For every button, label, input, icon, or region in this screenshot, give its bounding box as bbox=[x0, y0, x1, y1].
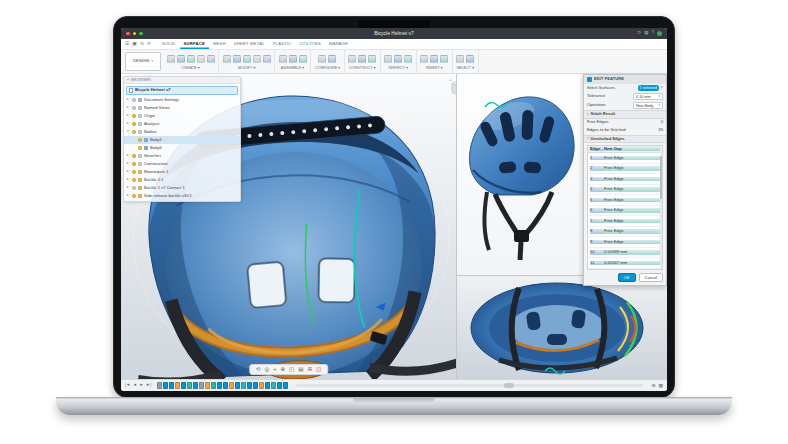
display-settings-icon[interactable]: ▤ bbox=[298, 366, 303, 372]
configure-tool-icon[interactable] bbox=[328, 55, 336, 63]
unstitched-edge-row[interactable]: 100.00589 mm bbox=[588, 248, 662, 259]
inspect-tool-icon[interactable] bbox=[394, 55, 402, 63]
modify-tool-icon[interactable] bbox=[253, 55, 261, 63]
orbit-icon[interactable]: ⟲ bbox=[256, 366, 261, 372]
timeline-feature-icon[interactable] bbox=[163, 382, 168, 389]
modify-tool-icon[interactable] bbox=[243, 55, 251, 63]
timeline-scrubber[interactable] bbox=[504, 383, 514, 388]
modify-tool-icon[interactable] bbox=[223, 55, 231, 63]
browser-item[interactable]: ▸Document Settings bbox=[124, 96, 240, 104]
toolbar-group-label[interactable]: INSERT ▾ bbox=[426, 66, 443, 70]
timeline-feature-icon[interactable] bbox=[277, 382, 282, 389]
timeline-feature-icon[interactable] bbox=[259, 382, 264, 389]
tree-caret-icon[interactable]: ▸ bbox=[126, 186, 130, 190]
browser-item[interactable]: ▸Named Views bbox=[124, 104, 240, 112]
timeline-feature-icon[interactable] bbox=[217, 382, 222, 389]
timeline-zoom-icon[interactable]: ⊞ bbox=[651, 383, 655, 388]
visibility-bulb-icon[interactable] bbox=[138, 146, 142, 150]
tab-solid[interactable]: SOLID bbox=[158, 39, 180, 49]
tree-caret-icon[interactable]: ▸ bbox=[126, 98, 130, 102]
browser-item[interactable]: ▸Sketches bbox=[124, 152, 240, 160]
unstitched-edge-row[interactable]: 1Free Edge bbox=[588, 153, 662, 164]
construct-tool-icon[interactable] bbox=[348, 55, 356, 63]
timeline-feature-icon[interactable] bbox=[265, 382, 270, 389]
browser-root-item[interactable]: Bicycle Helmet v7 bbox=[126, 86, 238, 95]
visibility-bulb-icon[interactable] bbox=[132, 162, 136, 166]
visibility-bulb-icon[interactable] bbox=[132, 130, 136, 134]
timeline-track[interactable] bbox=[296, 384, 644, 387]
tree-caret-icon[interactable]: ▸ bbox=[126, 178, 130, 182]
unstitched-edge-row[interactable]: 2Free Edge bbox=[588, 164, 662, 175]
configure-tool-icon[interactable] bbox=[318, 55, 326, 63]
insert-tool-icon[interactable] bbox=[430, 55, 438, 63]
visibility-bulb-icon[interactable] bbox=[132, 170, 136, 174]
redo-icon[interactable]: ⟳ bbox=[147, 41, 151, 46]
main-viewport[interactable]: ⌂ « BROWSER bbox=[121, 74, 457, 379]
modify-tool-icon[interactable] bbox=[233, 55, 241, 63]
maximize-window-icon[interactable] bbox=[139, 32, 143, 36]
collapse-icon[interactable]: « bbox=[127, 78, 129, 82]
create-tool-icon[interactable] bbox=[197, 55, 205, 63]
timeline-feature-icon[interactable] bbox=[199, 382, 204, 389]
undo-icon[interactable]: ⟲ bbox=[140, 41, 144, 46]
help-icon[interactable]: ? bbox=[651, 31, 654, 36]
create-tool-icon[interactable] bbox=[207, 55, 215, 63]
pan-icon[interactable]: + bbox=[273, 366, 276, 372]
visibility-bulb-icon[interactable] bbox=[132, 106, 136, 110]
viewcube[interactable]: ⌂ bbox=[449, 77, 452, 83]
timeline-feature-icon[interactable] bbox=[169, 382, 174, 389]
timeline-feature-icon[interactable] bbox=[247, 382, 252, 389]
tab-manage[interactable]: MANAGE bbox=[325, 39, 352, 49]
go-to-end-icon[interactable]: ►| bbox=[146, 383, 151, 388]
secondary-viewport-exterior[interactable] bbox=[457, 74, 584, 276]
timeline-feature-icon[interactable] bbox=[229, 382, 234, 389]
timeline-feature-icon[interactable] bbox=[157, 382, 162, 389]
dialog-header[interactable]: EDIT FEATURE bbox=[584, 75, 666, 84]
unstitched-edge-row[interactable]: 9Free Edge bbox=[588, 237, 662, 248]
operation-select[interactable]: New Body ▾ bbox=[633, 102, 663, 109]
browser-item[interactable]: ▸Origin bbox=[124, 112, 240, 120]
selection-badge[interactable]: 5 selected bbox=[638, 85, 659, 90]
browser-item[interactable]: ▸Buckle 1 v7 Contact 1 bbox=[124, 184, 240, 192]
close-window-icon[interactable] bbox=[126, 32, 130, 36]
timeline-options-icon[interactable]: ▦ bbox=[658, 383, 663, 388]
tree-caret-icon[interactable]: ▸ bbox=[126, 170, 130, 174]
timeline-feature-icon[interactable] bbox=[187, 382, 192, 389]
select-tool-icon[interactable] bbox=[456, 55, 464, 63]
timeline-feature-icon[interactable] bbox=[175, 382, 180, 389]
tab-mesh[interactable]: MESH bbox=[209, 39, 230, 49]
browser-item[interactable]: ▸Mannequin 1 bbox=[124, 168, 240, 176]
tree-caret-icon[interactable]: ▾ bbox=[126, 130, 130, 134]
create-tool-icon[interactable] bbox=[187, 55, 195, 63]
assemble-tool-icon[interactable] bbox=[289, 55, 297, 63]
fit-icon[interactable]: ◰ bbox=[289, 366, 294, 372]
insert-tool-icon[interactable] bbox=[420, 55, 428, 63]
clear-selection-icon[interactable]: × bbox=[660, 86, 663, 91]
tree-caret-icon[interactable]: ▸ bbox=[126, 114, 130, 118]
tree-caret-icon[interactable]: ▸ bbox=[126, 106, 130, 110]
inspect-tool-icon[interactable] bbox=[384, 55, 392, 63]
ok-button[interactable]: OK bbox=[618, 273, 636, 282]
step-back-icon[interactable]: ◄ bbox=[133, 383, 137, 388]
timeline-feature-icon[interactable] bbox=[271, 382, 276, 389]
save-icon[interactable]: ▣ bbox=[132, 41, 137, 46]
file-menu-icon[interactable]: ☰ bbox=[125, 41, 129, 46]
unstitched-edge-row[interactable]: 110.00567 mm bbox=[588, 258, 662, 269]
tree-caret-icon[interactable]: ▸ bbox=[126, 194, 130, 198]
insert-tool-icon[interactable] bbox=[440, 55, 448, 63]
tab-surface[interactable]: SURFACE bbox=[180, 39, 209, 49]
toolbar-group-label[interactable]: SELECT ▾ bbox=[456, 66, 474, 70]
toolbar-group-label[interactable]: ASSEMBLE ▾ bbox=[281, 66, 304, 70]
visibility-bulb-icon[interactable] bbox=[132, 122, 136, 126]
tree-caret-icon[interactable]: ▸ bbox=[126, 154, 130, 158]
select-tool-icon[interactable] bbox=[466, 55, 474, 63]
browser-item[interactable]: ▾Bodies bbox=[124, 128, 240, 136]
workspace-switcher[interactable]: DESIGN ▾ bbox=[125, 52, 161, 71]
browser-item[interactable]: Body1 bbox=[124, 136, 240, 144]
assemble-tool-icon[interactable] bbox=[279, 55, 287, 63]
unstitched-edge-row[interactable]: 5Free Edge bbox=[588, 195, 662, 206]
timeline-feature-icon[interactable] bbox=[223, 382, 228, 389]
visibility-bulb-icon[interactable] bbox=[132, 194, 136, 198]
timeline-feature-icon[interactable] bbox=[193, 382, 198, 389]
toolbar-group-label[interactable]: CREATE ▾ bbox=[181, 66, 199, 70]
